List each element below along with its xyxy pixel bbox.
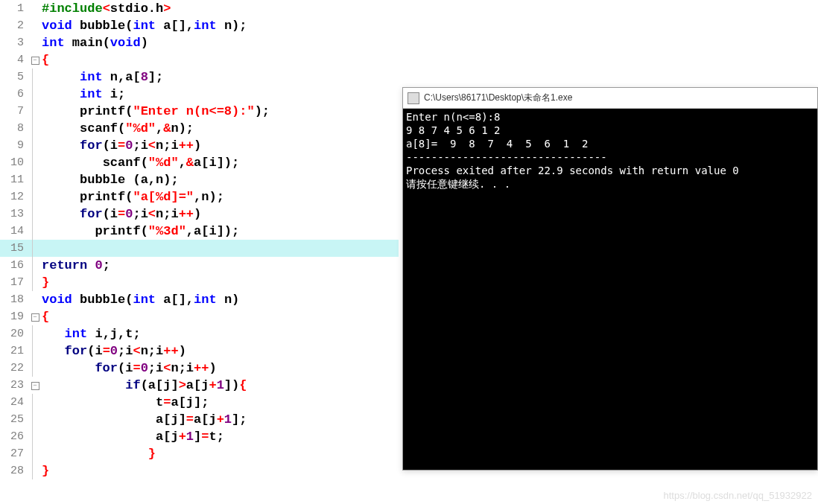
code-text[interactable]: a[j+1]=t; — [42, 428, 224, 445]
fold-gutter — [28, 171, 42, 188]
code-text[interactable]: if(a[j]>a[j+1]){ — [42, 377, 247, 394]
line-number: 17 — [0, 274, 28, 291]
code-text[interactable]: return 0; — [42, 257, 110, 274]
fold-gutter — [28, 360, 42, 377]
code-line[interactable]: 11 bubble (a,n); — [0, 171, 399, 188]
code-line[interactable]: 4−{ — [0, 51, 399, 68]
line-number: 27 — [0, 445, 28, 462]
code-text[interactable]: printf("a[%d]=",n); — [42, 188, 224, 205]
console-titlebar[interactable]: C:\Users\86171\Desktop\未命名1.exe — [403, 88, 817, 109]
line-number: 2 — [0, 17, 28, 34]
code-line[interactable]: 27 } — [0, 445, 399, 462]
fold-gutter — [28, 325, 42, 342]
code-text[interactable]: { — [42, 51, 49, 68]
fold-gutter — [28, 137, 42, 154]
code-line[interactable]: 12 printf("a[%d]=",n); — [0, 188, 399, 205]
code-text[interactable]: for(i=0;i<n;i++) — [42, 342, 186, 360]
app-icon — [408, 92, 419, 104]
code-line[interactable]: 18void bubble(int a[],int n) — [0, 291, 399, 308]
code-editor[interactable]: 1#include<stdio.h>2void bubble(int a[],i… — [0, 0, 399, 504]
line-number: 19 — [0, 308, 28, 325]
code-line[interactable]: 26 a[j+1]=t; — [0, 428, 399, 445]
line-number: 7 — [0, 103, 28, 120]
fold-gutter — [28, 223, 42, 240]
fold-gutter[interactable]: − — [28, 377, 42, 394]
fold-gutter — [28, 120, 42, 137]
line-number: 18 — [0, 291, 28, 308]
code-line[interactable]: 5 int n,a[8]; — [0, 68, 399, 86]
fold-gutter — [28, 205, 42, 223]
line-number: 11 — [0, 171, 28, 188]
line-number: 5 — [0, 68, 28, 86]
code-line[interactable]: 8 scanf("%d",&n); — [0, 120, 399, 137]
fold-gutter — [28, 428, 42, 445]
line-number: 26 — [0, 428, 28, 445]
code-text[interactable]: } — [42, 462, 49, 479]
fold-gutter — [28, 411, 42, 428]
code-line[interactable]: 16return 0; — [0, 257, 399, 274]
code-line[interactable]: 24 t=a[j]; — [0, 394, 399, 411]
code-line[interactable]: 1#include<stdio.h> — [0, 0, 399, 17]
code-line[interactable]: 2void bubble(int a[],int n); — [0, 17, 399, 34]
code-line[interactable]: 21 for(i=0;i<n;i++) — [0, 342, 399, 360]
line-number: 14 — [0, 223, 28, 240]
code-line[interactable]: 17} — [0, 274, 399, 291]
console-window[interactable]: C:\Users\86171\Desktop\未命名1.exe Enter n(… — [402, 87, 818, 470]
code-text[interactable]: scanf("%d",&n); — [42, 120, 194, 137]
code-text[interactable]: } — [42, 445, 156, 462]
code-text[interactable]: int n,a[8]; — [42, 68, 163, 86]
line-number: 13 — [0, 205, 28, 223]
code-text[interactable]: int main(void) — [42, 34, 148, 51]
code-text[interactable]: { — [42, 308, 49, 325]
fold-gutter — [28, 257, 42, 274]
code-text[interactable]: bubble (a,n); — [42, 171, 179, 188]
code-line[interactable]: 28} — [0, 462, 399, 479]
code-line[interactable]: 19−{ — [0, 308, 399, 325]
line-number: 21 — [0, 342, 28, 360]
code-text[interactable]: scanf("%d",&a[i]); — [42, 154, 239, 171]
code-text[interactable]: for(i=0;i<n;i++) — [42, 360, 217, 377]
fold-gutter — [28, 86, 42, 103]
code-text[interactable]: for(i=0;i<n;i++) — [42, 205, 201, 223]
code-text[interactable]: a[j]=a[j+1]; — [42, 411, 247, 428]
code-line[interactable]: 7 printf("Enter n(n<=8):"); — [0, 103, 399, 120]
code-line[interactable]: 6 int i; — [0, 86, 399, 103]
fold-gutter — [28, 103, 42, 120]
code-text[interactable]: void bubble(int a[],int n); — [42, 17, 247, 34]
code-line[interactable]: 15 — [0, 240, 399, 257]
fold-gutter — [28, 274, 42, 291]
line-number: 22 — [0, 360, 28, 377]
console-output[interactable]: Enter n(n<=8):8 9 8 7 4 5 6 1 2 a[8]= 9 … — [403, 109, 817, 470]
line-number: 8 — [0, 120, 28, 137]
code-line[interactable]: 9 for(i=0;i<n;i++) — [0, 137, 399, 154]
code-text[interactable]: #include<stdio.h> — [42, 0, 171, 17]
line-number: 24 — [0, 394, 28, 411]
code-line[interactable]: 10 scanf("%d",&a[i]); — [0, 154, 399, 171]
line-number: 16 — [0, 257, 28, 274]
code-text[interactable]: printf("%3d",a[i]); — [42, 223, 239, 240]
code-line[interactable]: 22 for(i=0;i<n;i++) — [0, 360, 399, 377]
code-text[interactable]: printf("Enter n(n<=8):"); — [42, 103, 270, 120]
fold-gutter — [28, 154, 42, 171]
code-text[interactable]: int i,j,t; — [42, 325, 141, 342]
fold-gutter — [28, 34, 42, 51]
code-line[interactable]: 20 int i,j,t; — [0, 325, 399, 342]
code-text[interactable]: for(i=0;i<n;i++) — [42, 137, 201, 154]
code-line[interactable]: 23− if(a[j]>a[j+1]){ — [0, 377, 399, 394]
fold-gutter[interactable]: − — [28, 51, 42, 68]
code-line[interactable]: 14 printf("%3d",a[i]); — [0, 223, 399, 240]
line-number: 20 — [0, 325, 28, 342]
line-number: 23 — [0, 377, 28, 394]
fold-gutter — [28, 188, 42, 205]
code-text[interactable]: } — [42, 274, 49, 291]
fold-gutter[interactable]: − — [28, 308, 42, 325]
code-line[interactable]: 3int main(void) — [0, 34, 399, 51]
code-text[interactable]: t=a[j]; — [42, 394, 209, 411]
line-number: 3 — [0, 34, 28, 51]
code-text[interactable]: void bubble(int a[],int n) — [42, 291, 239, 308]
code-text[interactable]: int i; — [42, 86, 125, 103]
code-line[interactable]: 13 for(i=0;i<n;i++) — [0, 205, 399, 223]
fold-gutter — [28, 342, 42, 360]
fold-gutter — [28, 394, 42, 411]
code-line[interactable]: 25 a[j]=a[j+1]; — [0, 411, 399, 428]
